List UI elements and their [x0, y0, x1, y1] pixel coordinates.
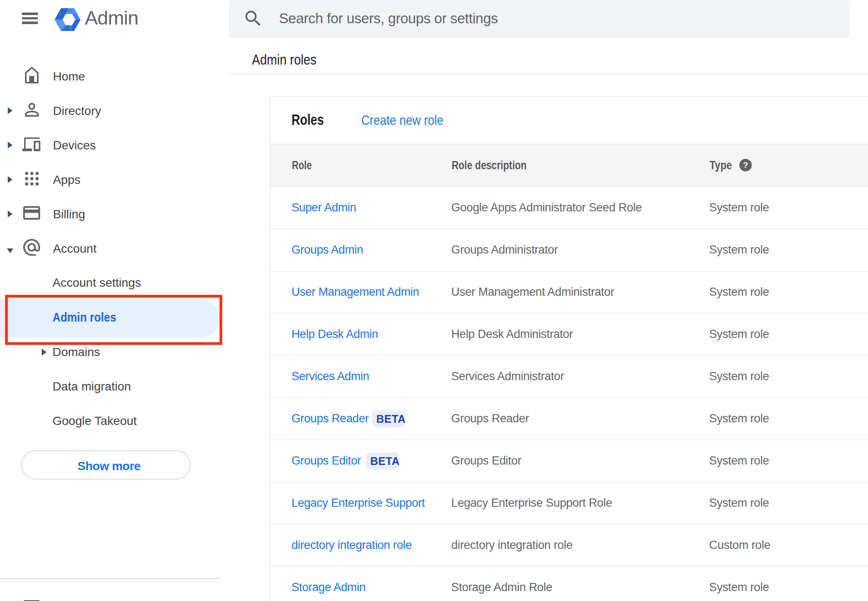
svg-text:?: ?	[743, 161, 748, 170]
